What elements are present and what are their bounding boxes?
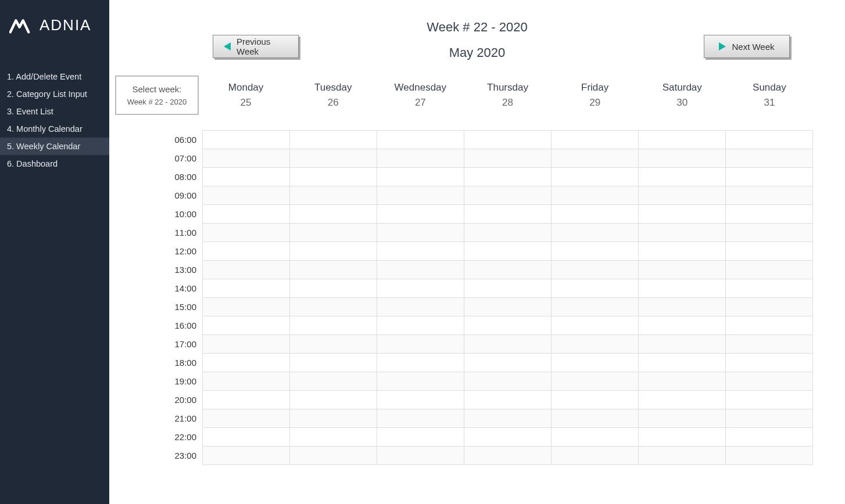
time-slot[interactable] xyxy=(726,409,812,428)
time-slot[interactable] xyxy=(552,316,638,335)
time-slot[interactable] xyxy=(203,242,289,261)
next-week-button[interactable]: Next Week xyxy=(704,35,790,58)
time-slot[interactable] xyxy=(726,391,812,409)
time-slot[interactable] xyxy=(639,335,725,354)
time-slot[interactable] xyxy=(726,205,812,224)
time-slot[interactable] xyxy=(464,205,551,224)
time-slot[interactable] xyxy=(203,316,289,335)
time-slot[interactable] xyxy=(726,298,812,316)
time-slot[interactable] xyxy=(290,335,377,354)
time-slot[interactable] xyxy=(377,149,464,168)
time-slot[interactable] xyxy=(639,149,725,168)
time-slot[interactable] xyxy=(639,298,725,316)
time-slot[interactable] xyxy=(377,372,464,391)
time-slot[interactable] xyxy=(726,149,812,168)
time-slot[interactable] xyxy=(203,391,289,409)
time-slot[interactable] xyxy=(552,131,638,149)
time-slot[interactable] xyxy=(377,168,464,186)
sidebar-item-monthly-calendar[interactable]: 4. Monthly Calendar xyxy=(0,120,109,138)
time-slot[interactable] xyxy=(464,168,551,186)
time-slot[interactable] xyxy=(464,186,551,205)
time-slot[interactable] xyxy=(726,224,812,242)
time-slot[interactable] xyxy=(290,447,377,465)
time-slot[interactable] xyxy=(552,298,638,316)
time-slot[interactable] xyxy=(203,168,289,186)
sidebar-item-event-list[interactable]: 3. Event List xyxy=(0,103,109,120)
time-slot[interactable] xyxy=(639,372,725,391)
time-slot[interactable] xyxy=(377,279,464,298)
time-slot[interactable] xyxy=(552,447,638,465)
time-slot[interactable] xyxy=(377,316,464,335)
time-slot[interactable] xyxy=(639,131,725,149)
time-slot[interactable] xyxy=(290,354,377,372)
time-slot[interactable] xyxy=(552,168,638,186)
time-slot[interactable] xyxy=(290,168,377,186)
time-slot[interactable] xyxy=(726,261,812,279)
time-slot[interactable] xyxy=(290,391,377,409)
time-slot[interactable] xyxy=(552,224,638,242)
time-slot[interactable] xyxy=(290,298,377,316)
time-slot[interactable] xyxy=(639,205,725,224)
time-slot[interactable] xyxy=(552,354,638,372)
sidebar-item-dashboard[interactable]: 6. Dashboard xyxy=(0,155,109,172)
time-slot[interactable] xyxy=(552,261,638,279)
time-slot[interactable] xyxy=(552,428,638,447)
time-slot[interactable] xyxy=(290,372,377,391)
time-slot[interactable] xyxy=(377,447,464,465)
time-slot[interactable] xyxy=(464,242,551,261)
time-slot[interactable] xyxy=(290,409,377,428)
time-slot[interactable] xyxy=(203,279,289,298)
time-slot[interactable] xyxy=(377,205,464,224)
time-slot[interactable] xyxy=(464,409,551,428)
time-slot[interactable] xyxy=(639,428,725,447)
time-slot[interactable] xyxy=(464,279,551,298)
time-slot[interactable] xyxy=(464,131,551,149)
time-slot[interactable] xyxy=(464,298,551,316)
time-slot[interactable] xyxy=(552,149,638,168)
time-slot[interactable] xyxy=(552,391,638,409)
time-slot[interactable] xyxy=(203,186,289,205)
time-slot[interactable] xyxy=(639,279,725,298)
time-slot[interactable] xyxy=(639,391,725,409)
time-slot[interactable] xyxy=(552,205,638,224)
time-slot[interactable] xyxy=(377,354,464,372)
select-week-box[interactable]: Select week: Week # 22 - 2020 xyxy=(115,75,199,115)
time-slot[interactable] xyxy=(552,335,638,354)
time-slot[interactable] xyxy=(464,224,551,242)
time-slot[interactable] xyxy=(639,261,725,279)
time-slot[interactable] xyxy=(639,168,725,186)
time-slot[interactable] xyxy=(203,131,289,149)
time-slot[interactable] xyxy=(726,354,812,372)
time-slot[interactable] xyxy=(290,205,377,224)
time-slot[interactable] xyxy=(290,224,377,242)
time-slot[interactable] xyxy=(639,447,725,465)
time-slot[interactable] xyxy=(290,242,377,261)
time-slot[interactable] xyxy=(464,149,551,168)
time-slot[interactable] xyxy=(464,354,551,372)
time-slot[interactable] xyxy=(726,186,812,205)
time-slot[interactable] xyxy=(377,335,464,354)
sidebar-item-weekly-calendar[interactable]: 5. Weekly Calendar xyxy=(0,138,109,155)
time-slot[interactable] xyxy=(377,428,464,447)
time-slot[interactable] xyxy=(552,242,638,261)
time-slot[interactable] xyxy=(377,298,464,316)
time-slot[interactable] xyxy=(726,168,812,186)
time-slot[interactable] xyxy=(552,279,638,298)
time-slot[interactable] xyxy=(726,335,812,354)
time-slot[interactable] xyxy=(639,409,725,428)
time-slot[interactable] xyxy=(726,131,812,149)
time-slot[interactable] xyxy=(726,447,812,465)
time-slot[interactable] xyxy=(290,131,377,149)
time-slot[interactable] xyxy=(203,298,289,316)
sidebar-item-add-delete-event[interactable]: 1. Add/Delete Event xyxy=(0,68,109,85)
time-slot[interactable] xyxy=(464,391,551,409)
time-slot[interactable] xyxy=(377,186,464,205)
time-slot[interactable] xyxy=(203,447,289,465)
time-slot[interactable] xyxy=(552,186,638,205)
time-slot[interactable] xyxy=(290,316,377,335)
time-slot[interactable] xyxy=(377,391,464,409)
time-slot[interactable] xyxy=(377,242,464,261)
time-slot[interactable] xyxy=(639,316,725,335)
time-slot[interactable] xyxy=(203,428,289,447)
time-slot[interactable] xyxy=(552,372,638,391)
